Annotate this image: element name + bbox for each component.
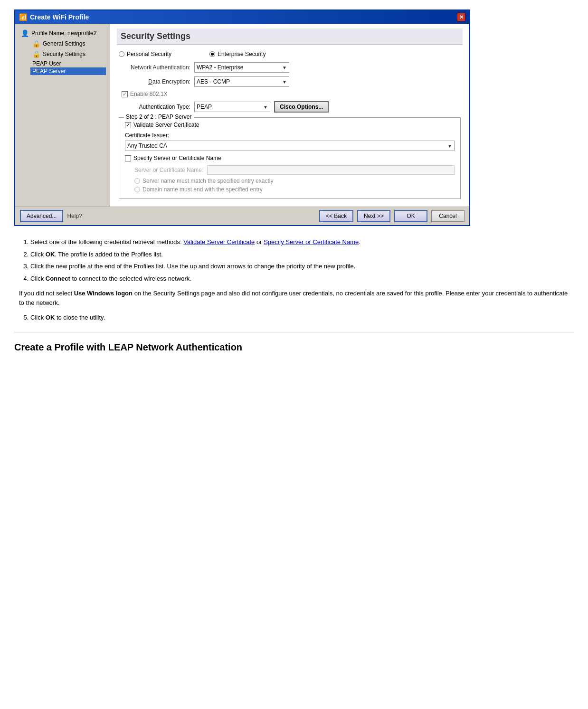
instruction-step2: Click OK. The profile is added to the Pr… [30, 250, 569, 259]
enable-8021x-label: Enable 802.1X [130, 91, 168, 97]
close-button[interactable]: ✕ [457, 13, 465, 21]
dialog-footer: Advanced... Help? << Back Next >> OK Can… [15, 207, 469, 225]
cert-issuer-label: Certificate Issuer: [125, 132, 455, 139]
auth-type-arrow: ▼ [263, 104, 268, 110]
help-text: Help? [67, 213, 82, 219]
security-settings-title: Security Settings [117, 28, 463, 45]
instruction-step3: Click the new profile at the end of the … [30, 262, 569, 271]
step3-text: Click the new profile at the end of the … [30, 263, 355, 270]
instruction-step5: Click OK to close the utility. [30, 313, 569, 322]
dialog-title: Create WiFi Profile [30, 13, 89, 21]
peap-server-groupbox: Step 2 of 2 : PEAP Server ✓ Validate Ser… [119, 117, 461, 199]
instruction-step1: Select one of the following credential r… [30, 237, 569, 247]
server-match-row: Server name must match the specified ent… [125, 178, 455, 184]
specify-server-link[interactable]: Specify Server or Certificate Name [264, 238, 359, 246]
network-auth-label: Network Authentication: [117, 64, 190, 71]
peap-server-item[interactable]: PEAP Server [30, 67, 106, 75]
server-cert-name-label: Server or Certificate Name: [134, 167, 203, 173]
step2-text: Click [30, 251, 46, 258]
specify-server-row: Specify Server or Certificate Name [125, 155, 455, 161]
server-cert-name-row: Server or Certificate Name: [125, 165, 455, 175]
page-section-title: Create a Profile with LEAP Network Authe… [14, 342, 574, 353]
validate-cert-checkbox[interactable]: ✓ [125, 122, 131, 128]
ok-button[interactable]: OK [394, 210, 427, 222]
data-encryption-arrow: ▼ [282, 79, 287, 85]
security-settings-item[interactable]: 🔒 Security Settings [30, 49, 106, 59]
step5-bold: OK [46, 314, 55, 321]
left-panel-subitems: 🔒 General Settings 🔒 Security Settings P… [19, 39, 106, 75]
data-encryption-d: D [148, 78, 152, 85]
group-box-legend: Step 2 of 2 : PEAP Server [124, 113, 194, 120]
step4-text: Click [30, 275, 46, 282]
step4-bold: Connect [46, 275, 70, 282]
enable-8021x-checkbox[interactable]: ✓ [122, 91, 128, 97]
step5-text: Click [30, 314, 46, 321]
personal-security-radio[interactable] [119, 51, 124, 57]
auth-type-row: Authentication Type: PEAP ▼ Cisco Option… [117, 101, 463, 113]
network-auth-arrow: ▼ [282, 65, 287, 70]
instruction-step4: Click Connect to connect to the selected… [30, 274, 569, 284]
peap-user-item[interactable]: PEAP User [30, 60, 106, 67]
server-match-radio[interactable] [134, 178, 140, 184]
peap-server-label: PEAP Server [32, 68, 66, 75]
network-auth-select[interactable]: WPA2 - Enterprise ▼ [194, 62, 289, 73]
instructions-section: Select one of the following credential r… [14, 237, 574, 322]
validate-cert-label: Validate Server Certificate [133, 122, 199, 128]
peap-user-label: PEAP User [32, 60, 61, 67]
step1-or: or [255, 238, 264, 246]
enterprise-security-option[interactable]: Enterprise Security [209, 51, 266, 57]
right-panel: Security Settings Personal Security Ente… [110, 24, 469, 207]
left-panel: 👤 Profile Name: newprofile2 🔒 General Se… [15, 24, 110, 207]
profile-icon: 👤 [21, 29, 29, 37]
cert-issuer-arrow: ▼ [447, 143, 452, 149]
cert-issuer-value: Any Trusted CA [127, 142, 167, 149]
validate-cert-link[interactable]: Validate Server Certificate [183, 238, 255, 246]
instructions-list-cont: Click OK to close the utility. [19, 313, 569, 322]
dialog-body: 👤 Profile Name: newprofile2 🔒 General Se… [15, 24, 469, 207]
note-text: If you did not select [19, 290, 74, 297]
step5-rest: to close the utility. [55, 314, 105, 321]
next-button[interactable]: Next >> [357, 210, 390, 222]
lock-icon-general: 🔒 [32, 40, 40, 47]
cert-issuer-select[interactable]: Any Trusted CA ▼ [125, 141, 455, 151]
instructions-list: Select one of the following credential r… [19, 237, 569, 283]
server-cert-name-input[interactable] [207, 165, 455, 175]
wifi-icon: 📶 [19, 13, 27, 21]
titlebar-left: 📶 Create WiFi Profile [19, 13, 89, 21]
step4-rest: to connect to the selected wireless netw… [70, 275, 191, 282]
note-bold: Use Windows logon [74, 290, 133, 297]
general-settings-label: General Settings [43, 40, 85, 47]
profile-name-item: 👤 Profile Name: newprofile2 [19, 28, 106, 38]
cancel-button[interactable]: Cancel [431, 210, 465, 222]
cisco-options-button[interactable]: Cisco Options... [274, 101, 329, 113]
specify-server-checkbox[interactable] [125, 155, 131, 161]
step2-rest: . The profile is added to the Profiles l… [55, 251, 162, 258]
auth-type-label: Authentication Type: [122, 104, 190, 110]
data-encryption-label: Data Encryption: [117, 78, 190, 85]
data-encryption-select[interactable]: AES - CCMP ▼ [194, 76, 289, 87]
specify-server-label: Specify Server or Certificate Name [133, 155, 221, 161]
personal-security-label: Personal Security [127, 51, 171, 57]
domain-match-radio[interactable] [134, 187, 140, 192]
step2-bold: OK [46, 251, 55, 258]
back-button[interactable]: << Back [319, 210, 353, 222]
auth-type-value: PEAP [197, 104, 212, 110]
section-divider [14, 332, 574, 332]
domain-match-row: Domain name must end with the specified … [125, 186, 455, 193]
dialog-titlebar: 📶 Create WiFi Profile ✕ [15, 10, 469, 24]
general-settings-item[interactable]: 🔒 General Settings [30, 39, 106, 48]
auth-type-select[interactable]: PEAP ▼ [194, 102, 270, 112]
network-auth-row: Network Authentication: WPA2 - Enterpris… [117, 62, 463, 73]
data-encryption-row: Data Encryption: AES - CCMP ▼ [117, 76, 463, 87]
personal-security-option[interactable]: Personal Security [119, 51, 171, 57]
advanced-button[interactable]: Advanced... [20, 210, 63, 222]
lock-icon-security: 🔒 [32, 50, 40, 58]
network-auth-value: WPA2 - Enterprise [197, 64, 243, 71]
enterprise-security-label: Enterprise Security [218, 51, 266, 57]
enterprise-security-radio[interactable] [209, 51, 215, 57]
enable-8021x-row: ✓ Enable 802.1X [117, 91, 463, 97]
data-encryption-rest: ata Encryption: [152, 78, 190, 85]
security-settings-label: Security Settings [43, 51, 85, 57]
security-type-row: Personal Security Enterprise Security [117, 51, 463, 57]
dialog-window: 📶 Create WiFi Profile ✕ 👤 Profile Name: … [14, 9, 470, 226]
